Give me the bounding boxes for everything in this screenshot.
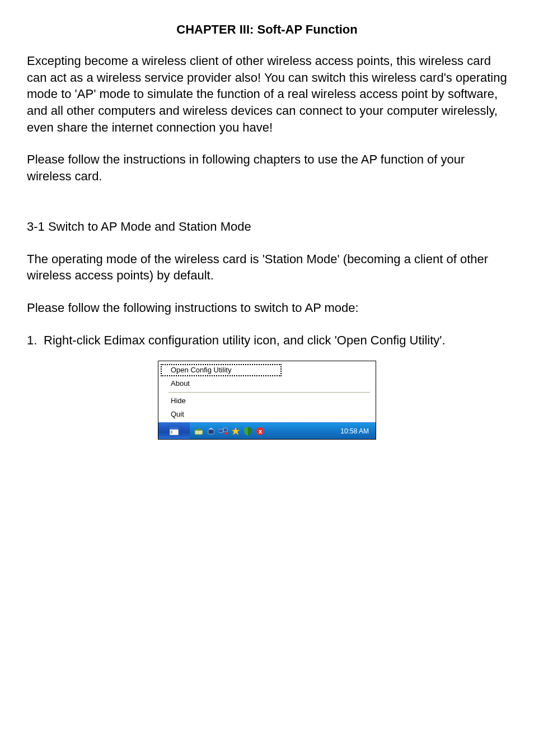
document-page: CHAPTER III: Soft-AP Function Excepting … [0,0,534,462]
svg-text:x: x [259,428,263,435]
svg-rect-8 [223,428,227,431]
context-menu: Open Config Utility About Hide Quit [158,361,376,422]
taskbar: x 10:58 AM [158,422,376,439]
section-heading: 3-1 Switch to AP Mode and Station Mode [27,218,507,235]
menu-item-about[interactable]: About [158,377,376,390]
svg-rect-7 [219,429,223,432]
chapter-title: CHAPTER III: Soft-AP Function [27,22,507,37]
step-1-text: Right-click Edimax configuration utility… [44,332,446,349]
paragraph-intro-2: Please follow the instructions in follow… [27,151,507,184]
network-computers-icon[interactable] [219,427,228,436]
star-icon[interactable] [231,427,240,436]
screenshot: Open Config Utility About Hide Quit [158,361,376,440]
menu-item-quit[interactable]: Quit [158,408,376,421]
system-tray: x 10:58 AM [190,423,376,439]
svg-rect-4 [195,430,203,435]
taskbar-clock[interactable]: 10:58 AM [340,427,371,435]
paragraph-instruction-lead: Please follow the following instructions… [27,300,507,316]
menu-item-about-label: About [171,379,190,388]
menu-item-hide-label: Hide [171,396,186,405]
svg-rect-5 [197,428,200,431]
safely-remove-icon[interactable] [194,427,203,436]
paragraph-mode-default: The operating mode of the wireless card … [27,251,507,284]
app-window-icon [170,427,179,436]
step-1: 1. Right-click Edimax configuration util… [27,332,507,349]
wifi-signal-icon[interactable] [207,427,216,436]
screenshot-container: Open Config Utility About Hide Quit [27,361,507,440]
svg-rect-1 [170,427,179,430]
svg-rect-6 [208,430,214,434]
blocked-icon[interactable]: x [256,427,265,436]
shield-icon[interactable] [243,427,252,436]
menu-item-quit-label: Quit [171,410,184,418]
svg-point-9 [225,432,228,435]
step-1-number: 1. [27,332,44,349]
menu-separator [168,392,370,393]
svg-rect-2 [171,431,172,432]
paragraph-intro-1: Excepting become a wireless client of ot… [27,53,507,136]
menu-item-open-config[interactable]: Open Config Utility [158,363,376,377]
menu-item-hide[interactable]: Hide [158,394,376,408]
menu-item-open-config-label: Open Config Utility [171,366,231,374]
taskbar-app-button[interactable] [158,423,190,439]
svg-marker-10 [232,427,240,435]
svg-rect-3 [171,432,172,433]
